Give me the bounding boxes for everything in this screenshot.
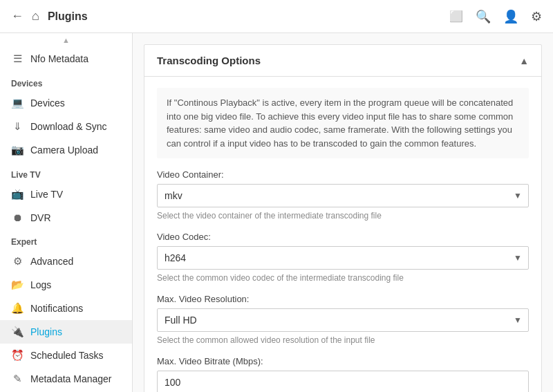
sidebar-item-camera-upload[interactable]: 📷 Camera Upload: [0, 138, 132, 162]
sidebar-section-devices-label: Devices: [0, 71, 132, 91]
main-content: Transcoding Options ▲ If "Continous Play…: [133, 33, 553, 392]
sidebar-item-label: Plugins: [30, 326, 62, 337]
sidebar-item-live-tv[interactable]: 📺 Live TV: [0, 183, 132, 206]
home-icon[interactable]: ⌂: [32, 9, 39, 24]
sidebar-item-label: Metadata Manager: [30, 373, 112, 384]
layout: ▲ ☰ Nfo Metadata Devices 💻 Devices ⇓ Dow…: [0, 33, 553, 392]
form-group-max-video-bitrate: Max. Video Bitrate (Mbps):: [157, 356, 529, 392]
sidebar-item-label: Logs: [30, 279, 51, 290]
sidebar-item-label: Scheduled Tasks: [30, 350, 104, 361]
section-title: Transcoding Options: [157, 55, 261, 66]
search-icon[interactable]: 🔍: [476, 9, 491, 24]
sidebar-section-livetv-label: Live TV: [0, 162, 132, 183]
transcoding-options-card: Transcoding Options ▲ If "Continous Play…: [144, 44, 542, 392]
form-group-max-video-resolution: Max. Video Resolution: Full HD 4K 720p 4…: [157, 294, 529, 345]
sidebar-item-nfo-metadata[interactable]: ☰ Nfo Metadata: [0, 47, 132, 71]
back-icon[interactable]: ←: [11, 9, 24, 24]
sidebar-item-scheduled-tasks[interactable]: ⏰ Scheduled Tasks: [0, 344, 132, 367]
sidebar-item-dvr[interactable]: ⏺ DVR: [0, 206, 132, 229]
topbar-right: ⬜ 🔍 👤 ⚙: [449, 9, 542, 24]
plugins-icon: 🔌: [11, 326, 24, 338]
video-container-label: Video Container:: [157, 169, 529, 180]
max-video-resolution-hint: Select the common allowed video resoluti…: [157, 335, 529, 345]
section-header[interactable]: Transcoding Options ▲: [144, 45, 541, 77]
video-codec-select[interactable]: h264 h265 mpeg4: [157, 246, 529, 270]
video-container-select[interactable]: mkv mp4 avi: [157, 184, 529, 207]
sidebar-item-label: Download & Sync: [30, 121, 107, 132]
sidebar-item-notifications[interactable]: 🔔 Notifications: [0, 297, 132, 320]
notifications-icon: 🔔: [11, 302, 24, 315]
metadata-manager-icon: ✎: [11, 373, 24, 385]
max-video-bitrate-label: Max. Video Bitrate (Mbps):: [157, 356, 529, 366]
sidebar-item-label: DVR: [30, 212, 51, 223]
form-group-video-codec: Video Codec: h264 h265 mpeg4 ▼ Select th…: [157, 232, 529, 283]
sidebar-item-logs[interactable]: 📂 Logs: [0, 273, 132, 297]
nfo-metadata-icon: ☰: [11, 53, 24, 65]
logs-icon: 📂: [11, 279, 24, 291]
user-icon[interactable]: 👤: [503, 9, 518, 24]
dvr-icon: ⏺: [11, 212, 24, 223]
settings-icon[interactable]: ⚙: [531, 9, 542, 24]
sidebar-item-devices[interactable]: 💻 Devices: [0, 91, 132, 115]
sidebar-item-label: Live TV: [30, 189, 63, 200]
sidebar-item-label: Notifications: [30, 303, 83, 314]
sidebar: ▲ ☰ Nfo Metadata Devices 💻 Devices ⇓ Dow…: [0, 33, 133, 392]
collapse-icon: ▲: [519, 55, 529, 66]
sidebar-item-download-sync[interactable]: ⇓ Download & Sync: [0, 115, 132, 138]
video-codec-select-wrapper: h264 h265 mpeg4 ▼: [157, 246, 529, 270]
section-body: If "Continous Playback" is active, every…: [144, 77, 541, 392]
sidebar-item-advanced[interactable]: ⚙ Advanced: [0, 250, 132, 273]
topbar-title: Plugins: [48, 10, 88, 23]
max-video-resolution-select[interactable]: Full HD 4K 720p 480p: [157, 308, 529, 332]
video-container-hint: Select the video container of the interm…: [157, 211, 529, 221]
cast-icon[interactable]: ⬜: [449, 10, 463, 23]
video-container-select-wrapper: mkv mp4 avi ▼: [157, 184, 529, 207]
devices-icon: 💻: [11, 97, 24, 109]
sidebar-section-expert-label: Expert: [0, 229, 132, 250]
sidebar-item-label: Advanced: [30, 256, 73, 267]
sidebar-item-label: Nfo Metadata: [30, 53, 88, 64]
max-video-resolution-label: Max. Video Resolution:: [157, 294, 529, 304]
video-codec-hint: Select the common video codec of the int…: [157, 273, 529, 283]
camera-upload-icon: 📷: [11, 144, 24, 156]
form-group-video-container: Video Container: mkv mp4 avi ▼ Select th…: [157, 169, 529, 221]
info-text: If "Continous Playback" is active, every…: [157, 88, 529, 158]
max-video-bitrate-input[interactable]: [157, 371, 529, 392]
download-sync-icon: ⇓: [11, 120, 24, 133]
sidebar-item-plugins[interactable]: 🔌 Plugins: [0, 320, 132, 344]
sidebar-item-label: Devices: [30, 97, 65, 109]
video-codec-label: Video Codec:: [157, 232, 529, 242]
advanced-icon: ⚙: [11, 255, 24, 268]
topbar: ← ⌂ Plugins ⬜ 🔍 👤 ⚙: [0, 0, 553, 33]
sidebar-item-metadata-manager[interactable]: ✎ Metadata Manager: [0, 367, 132, 391]
sidebar-scroll-up[interactable]: ▲: [0, 33, 132, 47]
sidebar-item-label: Camera Upload: [30, 144, 98, 156]
max-video-resolution-select-wrapper: Full HD 4K 720p 480p ▼: [157, 308, 529, 332]
live-tv-icon: 📺: [11, 188, 24, 200]
scheduled-tasks-icon: ⏰: [11, 349, 24, 362]
topbar-left: ← ⌂ Plugins: [11, 9, 449, 24]
